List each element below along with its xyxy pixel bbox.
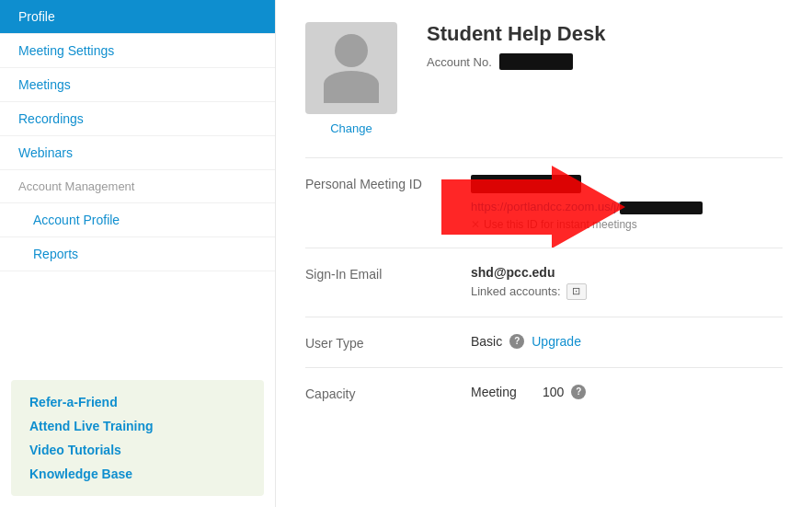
capacity-row: Meeting 100 ?: [471, 385, 783, 399]
sidebar-item-profile[interactable]: Profile: [0, 0, 275, 34]
user-type-basic: Basic: [471, 334, 502, 349]
avatar-figure: [324, 34, 379, 103]
use-id-row: ✕ Use this ID for instant meetings: [471, 218, 783, 231]
user-type-row: Basic ? Upgrade: [471, 334, 783, 349]
meeting-link[interactable]: https://portlandcc.zoom.us/j/: [471, 200, 783, 214]
account-no-label: Account No.: [427, 55, 492, 69]
sidebar-resources: Refer-a-Friend Attend Live Training Vide…: [11, 380, 264, 496]
meeting-id-link-redacted: [620, 202, 703, 214]
sidebar-nav: Profile Meeting Settings Meetings Record…: [0, 0, 275, 369]
account-no-value: [499, 53, 573, 70]
sidebar-item-reports[interactable]: Reports: [0, 237, 275, 271]
sidebar-video-tutorials[interactable]: Video Tutorials: [29, 443, 246, 457]
account-no-row: Account No.: [427, 53, 783, 70]
avatar-head: [335, 34, 368, 67]
avatar: [305, 22, 397, 114]
meeting-id-redacted: [471, 175, 581, 193]
sidebar-item-meetings[interactable]: Meetings: [0, 68, 275, 102]
sidebar-attend-live-training[interactable]: Attend Live Training: [29, 419, 246, 433]
sidebar-item-meeting-settings[interactable]: Meeting Settings: [0, 34, 275, 68]
sidebar-item-account-profile[interactable]: Account Profile: [0, 203, 275, 237]
sign-in-email-value: shd@pcc.edu Linked accounts: ⊡: [471, 265, 783, 300]
sidebar-knowledge-base[interactable]: Knowledge Base: [29, 467, 246, 481]
linked-accounts-label: Linked accounts:: [471, 284, 561, 298]
change-avatar-link[interactable]: Change: [330, 121, 372, 135]
personal-meeting-id-label: Personal Meeting ID: [305, 175, 471, 191]
avatar-section: Change: [305, 22, 397, 135]
profile-header: Change Student Help Desk Account No.: [305, 22, 783, 135]
sidebar-section-account-management: Account Management: [0, 170, 275, 203]
avatar-body: [324, 71, 379, 103]
capacity-number: 100: [543, 385, 564, 399]
email-address: shd@pcc.edu: [471, 265, 783, 280]
capacity-info-icon[interactable]: ?: [571, 385, 586, 399]
x-icon: ✕: [471, 218, 480, 231]
profile-name: Student Help Desk: [427, 22, 783, 46]
sidebar-item-recordings[interactable]: Recordings: [0, 102, 275, 136]
capacity-label: Capacity: [305, 385, 471, 401]
capacity-section: Capacity Meeting 100 ?: [305, 367, 783, 418]
personal-meeting-id-value: https://portlandcc.zoom.us/j/ ✕ Use this…: [471, 175, 783, 231]
user-type-info-icon[interactable]: ?: [509, 334, 524, 349]
sidebar: Profile Meeting Settings Meetings Record…: [0, 0, 276, 507]
main-content: Change Student Help Desk Account No. Per…: [276, 0, 812, 507]
use-id-text: Use this ID for instant meetings: [484, 218, 637, 231]
user-type-section: User Type Basic ? Upgrade: [305, 317, 783, 367]
sign-in-email-section: Sign-In Email shd@pcc.edu Linked account…: [305, 248, 783, 317]
sign-in-email-label: Sign-In Email: [305, 265, 471, 282]
linked-account-icon[interactable]: ⊡: [566, 283, 587, 300]
sidebar-refer-friend[interactable]: Refer-a-Friend: [29, 395, 246, 409]
profile-info: Student Help Desk Account No.: [427, 22, 783, 70]
sidebar-item-webinars[interactable]: Webinars: [0, 136, 275, 170]
upgrade-link[interactable]: Upgrade: [532, 334, 581, 349]
capacity-type: Meeting: [471, 385, 535, 399]
linked-accounts-row: Linked accounts: ⊡: [471, 283, 783, 300]
personal-meeting-id-section: Personal Meeting ID https://portlandcc.z…: [305, 157, 783, 248]
capacity-value: Meeting 100 ?: [471, 385, 783, 399]
user-type-label: User Type: [305, 334, 471, 351]
user-type-value: Basic ? Upgrade: [471, 334, 783, 349]
